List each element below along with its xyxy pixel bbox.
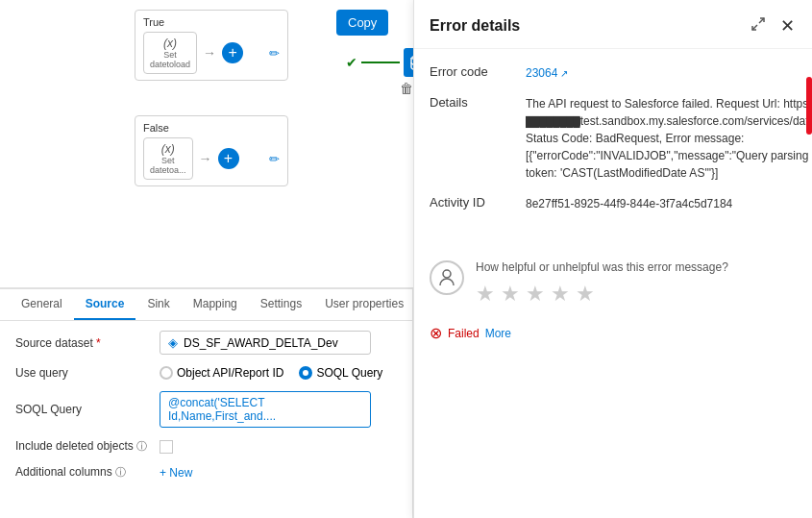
soql-query-row: SOQL Query @concat('SELECT Id,Name,First…: [15, 391, 397, 428]
person-icon: [430, 260, 464, 295]
true-activity-x: (x): [150, 37, 190, 50]
details-field: Details The API request to Salesforce fa…: [430, 95, 797, 182]
star-5[interactable]: ★: [576, 282, 595, 307]
source-dataset-row: Source dataset * ◈ DS_SF_AWARD_DELTA_Dev: [15, 331, 397, 355]
rating-section: How helpful or unhelpful was this error …: [430, 260, 797, 307]
more-link[interactable]: More: [485, 327, 511, 340]
additional-columns-label: Additional columns ⓘ: [15, 465, 150, 480]
details-value: The API request to Salesforce failed. Re…: [526, 95, 812, 182]
include-deleted-checkbox[interactable]: [160, 440, 173, 454]
error-code-value: 23064 ↗: [526, 64, 797, 82]
additional-columns-row: Additional columns ⓘ + New: [15, 465, 397, 480]
add-true-button[interactable]: +: [222, 42, 243, 63]
activity-id-value: 8e27ff51-8925-44f9-844e-3f7a4c5d7184: [526, 195, 797, 212]
use-query-label: Use query: [15, 366, 150, 380]
false-activity-sub: Setdatetoa...: [150, 156, 186, 175]
star-4[interactable]: ★: [551, 282, 570, 307]
required-mark: *: [96, 336, 101, 350]
copy-button-area: Copy: [336, 10, 388, 36]
source-dataset-text: DS_SF_AWARD_DELTA_Dev: [184, 336, 338, 350]
external-link-icon: ↗: [560, 66, 568, 81]
tabs-panel: General Source Sink Mapping Settings Use…: [0, 288, 413, 518]
radio-object-label: Object API/Report ID: [177, 366, 283, 380]
header-icons: ✕: [750, 13, 797, 38]
failed-text: Failed: [448, 327, 480, 340]
radio-soql-circle: [299, 366, 312, 380]
false-branch: False (x) Setdatetoa... → + ✏: [135, 115, 288, 186]
tab-sink[interactable]: Sink: [135, 289, 181, 320]
tab-mapping[interactable]: Mapping: [182, 289, 249, 320]
false-branch-activity: (x) Setdatetoa... → + ✏: [143, 137, 280, 180]
false-branch-label: False: [143, 122, 280, 134]
expand-button[interactable]: [750, 15, 767, 37]
star-1[interactable]: ★: [476, 282, 495, 307]
edit-false-icon[interactable]: ✏: [269, 152, 280, 166]
rating-content: How helpful or unhelpful was this error …: [476, 260, 797, 307]
source-dataset-label: Source dataset *: [15, 336, 150, 350]
connector-line: [361, 62, 400, 63]
edit-true-icon[interactable]: ✏: [269, 46, 280, 61]
use-query-radio-group: Object API/Report ID SOQL Query: [160, 366, 382, 380]
true-branch-label: True: [143, 16, 280, 28]
true-activity-box: (x) Setdatetoload: [143, 32, 197, 74]
tab-source[interactable]: Source: [74, 289, 136, 320]
error-body: Error code 23064 ↗ Details The API reque…: [414, 49, 812, 241]
failed-more-section: ⊗ Failed More: [414, 316, 812, 350]
soql-text: @concat('SELECT Id,Name,First_and....: [168, 396, 276, 423]
dataset-icon: ◈: [168, 335, 178, 350]
error-code-link[interactable]: 23064 ↗: [526, 64, 568, 82]
include-deleted-info-icon[interactable]: ⓘ: [136, 440, 147, 452]
error-panel-title: Error details: [430, 17, 750, 35]
soql-value: @concat('SELECT Id,Name,First_and....: [160, 391, 397, 428]
radio-soql-label: SOQL Query: [316, 366, 382, 380]
form-area: Source dataset * ◈ DS_SF_AWARD_DELTA_Dev…: [0, 321, 412, 501]
use-query-row: Use query Object API/Report ID SOQL Quer…: [15, 366, 397, 380]
arrow-right-false: →: [199, 151, 212, 166]
check-icon: ✔: [346, 55, 357, 70]
svg-point-3: [443, 270, 451, 278]
error-code-field: Error code 23064 ↗: [430, 64, 797, 82]
true-branch: True (x) Setdatetoload → + ✏: [135, 10, 288, 81]
tab-user-properties[interactable]: User properties: [313, 289, 415, 320]
arrow-right-true: →: [203, 45, 216, 61]
false-activity-x: (x): [150, 142, 186, 156]
rating-question: How helpful or unhelpful was this error …: [476, 260, 797, 274]
new-column-button[interactable]: + New: [160, 466, 192, 480]
additional-columns-value: + New: [160, 466, 397, 480]
radio-object-option[interactable]: Object API/Report ID: [160, 366, 283, 380]
star-3[interactable]: ★: [526, 282, 545, 307]
false-activity-box: (x) Setdatetoa...: [143, 137, 193, 180]
true-branch-activity: (x) Setdatetoload → + ✏: [143, 32, 280, 74]
source-dataset-input[interactable]: ◈ DS_SF_AWARD_DELTA_Dev: [160, 331, 371, 355]
scrollbar-indicator: [806, 77, 812, 135]
activity-id-field: Activity ID 8e27ff51-8925-44f9-844e-3f7a…: [430, 195, 797, 212]
source-dataset-value: ◈ DS_SF_AWARD_DELTA_Dev: [160, 331, 397, 355]
radio-soql-option[interactable]: SOQL Query: [299, 366, 382, 380]
activity-id-label: Activity ID: [430, 195, 516, 212]
include-deleted-label: Include deleted objects ⓘ: [15, 439, 150, 454]
details-label: Details: [430, 95, 516, 182]
additional-columns-info-icon[interactable]: ⓘ: [115, 466, 126, 478]
star-2[interactable]: ★: [501, 282, 520, 307]
copy-button[interactable]: Copy: [336, 10, 388, 36]
tabs-bar: General Source Sink Mapping Settings Use…: [0, 289, 412, 321]
canvas-area: True (x) Setdatetoload → + ✏ False (x) S…: [0, 0, 413, 288]
soql-input[interactable]: @concat('SELECT Id,Name,First_and....: [160, 391, 371, 428]
star-rating[interactable]: ★ ★ ★ ★ ★: [476, 282, 797, 307]
error-code-label: Error code: [430, 64, 516, 82]
failed-icon: ⊗: [430, 324, 442, 342]
true-activity-sub: Setdatetoload: [150, 50, 190, 69]
close-button[interactable]: ✕: [778, 13, 797, 38]
include-deleted-checkbox-area: [160, 440, 397, 454]
tab-settings[interactable]: Settings: [249, 289, 313, 320]
add-false-button[interactable]: +: [218, 148, 239, 169]
radio-object-circle: [160, 366, 173, 380]
error-panel-header: Error details ✕: [414, 0, 812, 49]
delete-icon[interactable]: 🗑: [400, 81, 413, 96]
include-deleted-row: Include deleted objects ⓘ: [15, 439, 397, 454]
error-panel: Error details ✕ Error code 23064 ↗: [413, 0, 812, 518]
error-code-number: 23064: [526, 64, 557, 82]
tab-general[interactable]: General: [10, 289, 74, 320]
soql-label: SOQL Query: [15, 403, 150, 416]
